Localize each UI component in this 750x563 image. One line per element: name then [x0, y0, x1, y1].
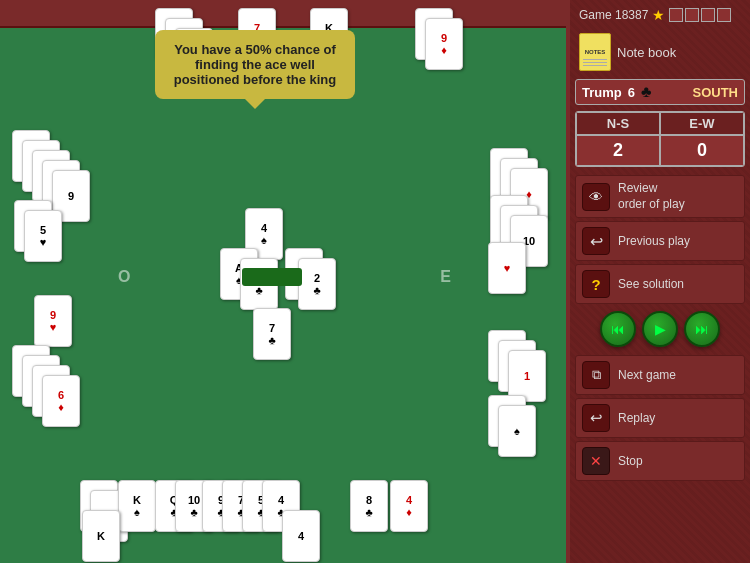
rating-1	[669, 8, 683, 22]
game-title-bar: Game 18387 ★	[575, 5, 745, 25]
notebook-text: NOTES	[585, 49, 606, 55]
ns-header: N-S	[576, 112, 660, 135]
rating-boxes	[669, 8, 731, 22]
trump-label: Trump	[582, 85, 622, 100]
trump-suit: ♣	[641, 83, 652, 101]
center-card-2b: 2♣	[298, 258, 336, 310]
south-card-4d: 4♦	[390, 480, 428, 532]
solution-label: See solution	[618, 277, 684, 291]
game-id: Game 18387	[579, 8, 648, 22]
score-values: 2 0	[576, 135, 744, 166]
media-controls: ⏮ ▶ ⏭	[575, 307, 745, 351]
notebook-icon: NOTES	[579, 33, 611, 71]
east-label: E	[440, 268, 451, 286]
rewind-button[interactable]: ⏮	[600, 311, 636, 347]
previous-button[interactable]: ↩ Previous play	[575, 221, 745, 261]
direction-label: SOUTH	[693, 85, 739, 100]
score-table: N-S E-W 2 0	[575, 111, 745, 167]
east-card-bot: ♠	[498, 405, 536, 457]
rating-3	[701, 8, 715, 22]
north-card-9d: 9♦	[425, 18, 463, 70]
south-card-bot2: 4	[282, 510, 320, 562]
star-icon: ★	[652, 7, 665, 23]
right-panel: Game 18387 ★ NOTES Note book	[570, 0, 750, 563]
solution-button[interactable]: ? See solution	[575, 264, 745, 304]
ew-header: E-W	[660, 112, 744, 135]
south-card-bot1: K	[82, 510, 120, 562]
rating-4	[717, 8, 731, 22]
play-button[interactable]: ▶	[642, 311, 678, 347]
card-table: You have a 50% chance of finding the ace…	[0, 0, 570, 563]
notebook-label: Note book	[617, 45, 676, 60]
forward-button[interactable]: ⏭	[684, 311, 720, 347]
table-top-bar	[0, 0, 566, 28]
stop-button[interactable]: ✕ Stop	[575, 441, 745, 481]
previous-icon: ↩	[582, 227, 610, 255]
trump-number: 6	[628, 85, 635, 100]
south-card-8c: 8♣	[350, 480, 388, 532]
trump-info: Trump 6 ♣ SOUTH	[575, 79, 745, 105]
east-card-h: ♥	[488, 242, 526, 294]
west-card-5: 5♥	[24, 210, 62, 262]
west-card-9r: 9♥	[34, 295, 72, 347]
west-card-6: 6♦	[42, 375, 80, 427]
trick-indicator	[242, 268, 302, 286]
replay-label: Replay	[618, 411, 655, 425]
play-icon: ▶	[655, 321, 666, 337]
south-card-k: K♠	[118, 480, 156, 532]
next-game-icon: ⧉	[582, 361, 610, 389]
ew-score: 0	[660, 135, 744, 166]
notebook-section[interactable]: NOTES Note book	[575, 29, 745, 75]
rating-2	[685, 8, 699, 22]
stop-icon: ✕	[582, 447, 610, 475]
score-header: N-S E-W	[576, 112, 744, 135]
previous-label: Previous play	[618, 234, 690, 248]
rewind-icon: ⏮	[611, 321, 625, 337]
forward-icon: ⏭	[695, 321, 709, 337]
replay-icon: ↩	[582, 404, 610, 432]
west-label: O	[118, 268, 130, 286]
tooltip-text: You have a 50% chance of finding the ace…	[174, 42, 337, 87]
stop-label: Stop	[618, 454, 643, 468]
replay-button[interactable]: ↩ Replay	[575, 398, 745, 438]
review-button[interactable]: 👁 Revieworder of play	[575, 175, 745, 218]
review-label: Revieworder of play	[618, 181, 685, 212]
review-icon: 👁	[582, 183, 610, 211]
tooltip-bubble: You have a 50% chance of finding the ace…	[155, 30, 355, 99]
next-game-button[interactable]: ⧉ Next game	[575, 355, 745, 395]
ns-score: 2	[576, 135, 660, 166]
next-game-label: Next game	[618, 368, 676, 382]
solution-icon: ?	[582, 270, 610, 298]
center-card-7: 7♣	[253, 308, 291, 360]
